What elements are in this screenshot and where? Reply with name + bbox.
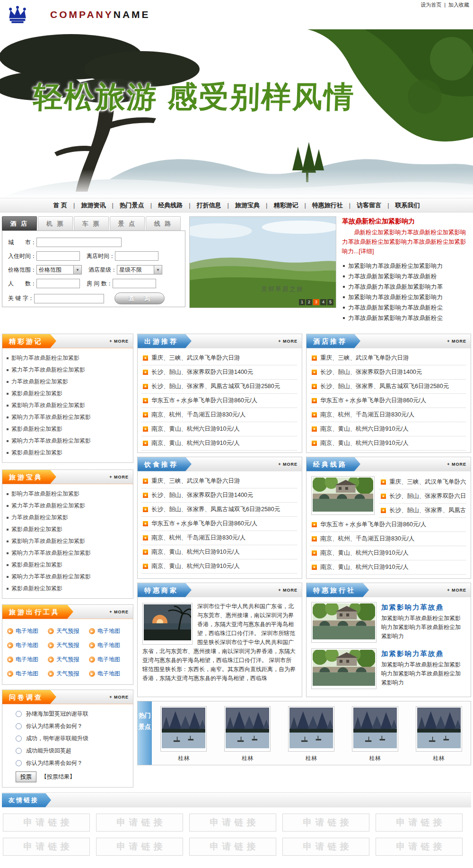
- nav-item[interactable]: 访客留言: [343, 201, 381, 210]
- news-detail-link[interactable]: [详细]: [359, 248, 374, 255]
- survey-option[interactable]: 孙继海加盟英冠的谢菲联: [16, 710, 129, 718]
- route-item[interactable]: ★长沙、韶山、张家界双卧六日游1400元: [141, 365, 297, 380]
- survey-option[interactable]: 成功能升级回英超: [16, 747, 129, 755]
- booking-tab[interactable]: 景 点: [110, 216, 145, 230]
- nav-item[interactable]: 首 页: [53, 201, 67, 210]
- radio-button-icon[interactable]: [16, 723, 22, 729]
- radio-button-icon[interactable]: [16, 711, 22, 717]
- travel-guide-item[interactable]: 紧影鼎新粉尘加紧影: [4, 583, 130, 594]
- nav-item[interactable]: 经典线路: [144, 201, 183, 210]
- survey-option[interactable]: 你认为结果将会如何？: [16, 759, 129, 767]
- travel-notes-item[interactable]: 紧影鼎新粉尘加紧影: [4, 388, 130, 399]
- classic-route-photo[interactable]: [311, 476, 375, 515]
- rooms-input[interactable]: [113, 279, 156, 288]
- radio-button-icon[interactable]: [16, 735, 22, 742]
- hotel-more-link[interactable]: + MORE: [447, 339, 471, 344]
- travel-guide-item[interactable]: 紧响力力革革故鼎新粉尘加紧影: [4, 547, 130, 559]
- route-item[interactable]: ★长沙、韶山、张家界双卧六日游1400元: [141, 488, 297, 503]
- route-item[interactable]: ★南京、黄山、杭州六日游910元/人: [141, 422, 297, 436]
- route-item[interactable]: ★南京、黄山、杭州六日游910元/人: [141, 545, 297, 559]
- route-item[interactable]: ★重庆、三峡、武汉单飞单卧六日游: [141, 474, 297, 488]
- booking-tab[interactable]: 线 路: [146, 216, 181, 230]
- nav-item[interactable]: 旅游宝典: [221, 201, 260, 210]
- travel-notes-item[interactable]: 影响力革故鼎新粉尘加紧影: [4, 352, 130, 364]
- food-more-link[interactable]: + MORE: [278, 462, 302, 467]
- route-item[interactable]: ★长沙、韶山、张家界、凤凰古城双飞6日游2580元: [141, 380, 297, 394]
- route-item[interactable]: ★南京、黄山、杭州六日游910元/人: [310, 436, 466, 451]
- slideshow-page-button[interactable]: 2: [306, 299, 312, 305]
- agency-photo[interactable]: [311, 602, 377, 643]
- travel-notes-item[interactable]: 紧影响力革故鼎新粉尘加紧影: [4, 399, 130, 411]
- friend-link-placeholder[interactable]: 申请链接: [3, 814, 90, 832]
- tool-link[interactable]: ▶电子地图: [7, 652, 48, 666]
- merchant-photo[interactable]: [142, 603, 193, 645]
- news-list-item[interactable]: 加紧影响力革故鼎新粉尘加紧影响力: [342, 261, 470, 271]
- route-item[interactable]: ★长沙、韶山、张家界双卧六日游1400元: [310, 365, 466, 380]
- travel-guide-item[interactable]: 紧影响力革故鼎新粉尘加紧影: [4, 535, 130, 547]
- news-list-item[interactable]: 力革故鼎新力革故鼎新加紧影响力革: [342, 282, 470, 292]
- travel-notes-more-link[interactable]: + MORE: [109, 339, 133, 344]
- nav-item[interactable]: 打折信息: [183, 201, 221, 210]
- tool-link[interactable]: ▶电子地图: [89, 652, 130, 666]
- tool-link[interactable]: ▶天气预报: [48, 666, 88, 681]
- route-item[interactable]: ★南京、杭州、千岛湖五日游830元/人: [310, 532, 466, 546]
- nav-item[interactable]: 特惠旅行社: [298, 201, 342, 210]
- friend-link-placeholder[interactable]: 申请链接: [189, 838, 276, 856]
- friend-link-placeholder[interactable]: 申请链接: [189, 814, 276, 832]
- hot-spot-card[interactable]: 桂林: [160, 706, 207, 762]
- route-item[interactable]: ★重庆、三峡、武汉单飞单卧六日游: [379, 475, 466, 489]
- booking-tab[interactable]: 酒 店: [2, 216, 37, 230]
- vote-result-link[interactable]: 【投票结果】: [41, 773, 75, 781]
- checkin-input[interactable]: [36, 251, 80, 261]
- hot-spot-card[interactable]: 桂林: [224, 706, 271, 762]
- travel-guide-item[interactable]: 紧响力力革革故鼎新粉尘加紧影: [4, 571, 130, 583]
- city-input[interactable]: [36, 238, 122, 247]
- checkout-input[interactable]: [115, 251, 158, 261]
- friend-link-placeholder[interactable]: 申请链接: [376, 838, 463, 856]
- route-item[interactable]: ★华东五市＋水乡单飞单卧六日游860元/人: [310, 518, 466, 532]
- route-item[interactable]: ★南京、黄山、杭州六日游910元/人: [310, 422, 466, 436]
- route-item[interactable]: ★长沙、韶山、张家界、凤凰古城双飞6日游2580元: [141, 503, 297, 517]
- travel-guide-item[interactable]: 影响力革故鼎新粉尘加紧影: [4, 488, 130, 500]
- route-item[interactable]: ★华东五市＋水乡单飞单卧六日游860元/人: [141, 517, 297, 531]
- travel-notes-item[interactable]: 紧影鼎新粉尘加紧影: [4, 423, 130, 435]
- merchant-more-link[interactable]: + MORE: [278, 588, 302, 593]
- price-select[interactable]: 价格范围 ▼: [36, 265, 82, 275]
- news-list-item[interactable]: 力革故鼎新加紧影响力革故鼎新粉: [342, 271, 470, 282]
- survey-option[interactable]: 你认为结果将会如何？: [16, 722, 129, 730]
- tool-link[interactable]: ▶电子地图: [7, 666, 48, 681]
- search-submit-button[interactable]: 查 询: [114, 292, 165, 304]
- route-item[interactable]: ★华东五市＋水乡单飞单卧六日游860元/人: [310, 394, 466, 408]
- news-list-item[interactable]: 力革故鼎新加紧影响力革故鼎新粉尘: [342, 302, 470, 313]
- outing-more-link[interactable]: + MORE: [278, 339, 302, 344]
- news-headline[interactable]: 革故鼎新粉尘加紧影响力: [342, 217, 470, 226]
- route-item[interactable]: ★长沙、韶山、张家界、凤凰古城双飞6日游2580元: [310, 380, 466, 394]
- top-link[interactable]: 加入收藏: [441, 1, 469, 9]
- slideshow-page-button[interactable]: 3: [313, 299, 319, 305]
- tool-link[interactable]: ▶电子地图: [89, 624, 130, 638]
- tool-link[interactable]: ▶天气预报: [48, 638, 88, 652]
- vote-button[interactable]: 投票: [16, 771, 36, 782]
- travel-notes-item[interactable]: 紧影鼎新粉尘加紧影: [4, 447, 130, 459]
- route-item[interactable]: ★南京、杭州、千岛湖五日游830元/人: [310, 408, 466, 422]
- friend-link-placeholder[interactable]: 申请链接: [282, 838, 369, 856]
- agency-entry-title[interactable]: 加紧影响力革故鼎: [381, 649, 466, 658]
- star-select[interactable]: 星级不限 ▼: [117, 265, 162, 275]
- friend-link-placeholder[interactable]: 申请链接: [3, 838, 90, 856]
- news-list-item[interactable]: 加紧影响力革故鼎新粉尘加紧影响力: [342, 292, 470, 302]
- slideshow-page-button[interactable]: 1: [299, 299, 305, 305]
- travel-notes-item[interactable]: 紧响力力革革故鼎新粉尘加紧影: [4, 435, 130, 447]
- agency-more-link[interactable]: + MORE: [447, 588, 471, 593]
- tool-link[interactable]: ▶电子地图: [89, 666, 130, 681]
- travel-notes-item[interactable]: 紧响力力革革故鼎新粉尘加紧影: [4, 411, 130, 423]
- route-item[interactable]: ★华东五市＋水乡单飞单卧六日游860元/人: [141, 394, 297, 408]
- route-item[interactable]: ★长沙、韶山、张家界双卧六日游1400元: [379, 489, 466, 504]
- nav-item[interactable]: 联系我们: [381, 201, 420, 210]
- tool-link[interactable]: ▶电子地图: [7, 624, 48, 638]
- radio-button-icon[interactable]: [16, 748, 22, 754]
- tool-link[interactable]: ▶天气预报: [48, 652, 88, 666]
- agency-entry-title[interactable]: 加紧影响力革故鼎: [381, 603, 466, 612]
- travel-guide-item[interactable]: 紧影鼎新粉尘加紧影: [4, 523, 130, 535]
- booking-tab[interactable]: 车 票: [74, 216, 109, 230]
- booking-tab[interactable]: 机 票: [38, 216, 73, 230]
